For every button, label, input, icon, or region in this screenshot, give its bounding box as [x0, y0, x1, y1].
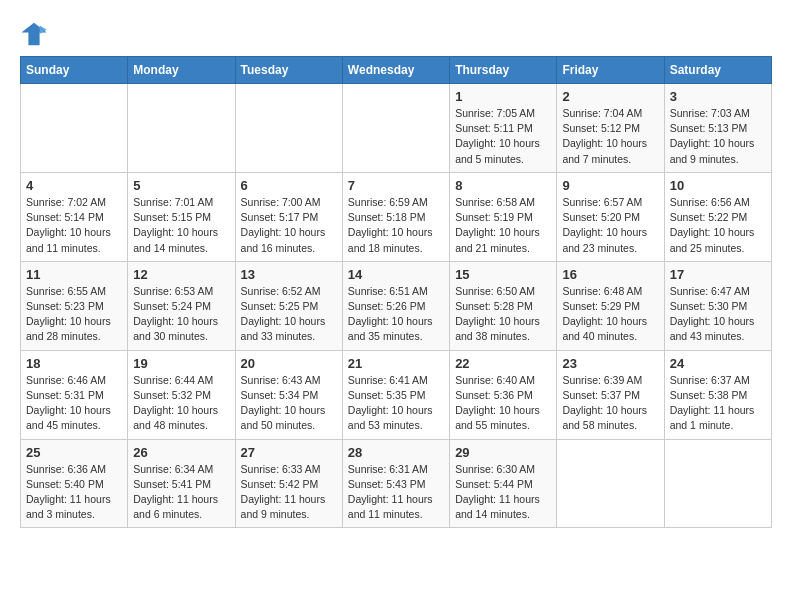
day-cell: 13Sunrise: 6:52 AM Sunset: 5:25 PM Dayli…	[235, 261, 342, 350]
header-cell-saturday: Saturday	[664, 57, 771, 84]
day-cell	[664, 439, 771, 528]
day-number: 21	[348, 356, 444, 371]
day-number: 2	[562, 89, 658, 104]
day-info: Sunrise: 7:03 AM Sunset: 5:13 PM Dayligh…	[670, 106, 766, 167]
day-number: 9	[562, 178, 658, 193]
day-info: Sunrise: 6:50 AM Sunset: 5:28 PM Dayligh…	[455, 284, 551, 345]
day-info: Sunrise: 6:33 AM Sunset: 5:42 PM Dayligh…	[241, 462, 337, 523]
day-info: Sunrise: 7:00 AM Sunset: 5:17 PM Dayligh…	[241, 195, 337, 256]
day-info: Sunrise: 6:43 AM Sunset: 5:34 PM Dayligh…	[241, 373, 337, 434]
day-number: 8	[455, 178, 551, 193]
day-info: Sunrise: 7:05 AM Sunset: 5:11 PM Dayligh…	[455, 106, 551, 167]
day-info: Sunrise: 6:40 AM Sunset: 5:36 PM Dayligh…	[455, 373, 551, 434]
day-info: Sunrise: 6:30 AM Sunset: 5:44 PM Dayligh…	[455, 462, 551, 523]
day-number: 3	[670, 89, 766, 104]
day-cell	[342, 84, 449, 173]
day-cell: 23Sunrise: 6:39 AM Sunset: 5:37 PM Dayli…	[557, 350, 664, 439]
day-number: 15	[455, 267, 551, 282]
day-number: 14	[348, 267, 444, 282]
day-cell: 8Sunrise: 6:58 AM Sunset: 5:19 PM Daylig…	[450, 172, 557, 261]
day-info: Sunrise: 6:34 AM Sunset: 5:41 PM Dayligh…	[133, 462, 229, 523]
day-number: 5	[133, 178, 229, 193]
day-cell: 11Sunrise: 6:55 AM Sunset: 5:23 PM Dayli…	[21, 261, 128, 350]
day-cell: 9Sunrise: 6:57 AM Sunset: 5:20 PM Daylig…	[557, 172, 664, 261]
day-cell: 4Sunrise: 7:02 AM Sunset: 5:14 PM Daylig…	[21, 172, 128, 261]
day-cell	[21, 84, 128, 173]
day-info: Sunrise: 6:44 AM Sunset: 5:32 PM Dayligh…	[133, 373, 229, 434]
header-cell-thursday: Thursday	[450, 57, 557, 84]
day-number: 6	[241, 178, 337, 193]
day-number: 13	[241, 267, 337, 282]
day-cell: 17Sunrise: 6:47 AM Sunset: 5:30 PM Dayli…	[664, 261, 771, 350]
day-info: Sunrise: 7:01 AM Sunset: 5:15 PM Dayligh…	[133, 195, 229, 256]
header-cell-friday: Friday	[557, 57, 664, 84]
day-cell: 3Sunrise: 7:03 AM Sunset: 5:13 PM Daylig…	[664, 84, 771, 173]
day-info: Sunrise: 6:58 AM Sunset: 5:19 PM Dayligh…	[455, 195, 551, 256]
day-cell: 27Sunrise: 6:33 AM Sunset: 5:42 PM Dayli…	[235, 439, 342, 528]
day-number: 19	[133, 356, 229, 371]
day-cell: 1Sunrise: 7:05 AM Sunset: 5:11 PM Daylig…	[450, 84, 557, 173]
day-number: 17	[670, 267, 766, 282]
day-cell: 7Sunrise: 6:59 AM Sunset: 5:18 PM Daylig…	[342, 172, 449, 261]
day-cell: 21Sunrise: 6:41 AM Sunset: 5:35 PM Dayli…	[342, 350, 449, 439]
calendar-table: SundayMondayTuesdayWednesdayThursdayFrid…	[20, 56, 772, 528]
day-cell: 19Sunrise: 6:44 AM Sunset: 5:32 PM Dayli…	[128, 350, 235, 439]
day-info: Sunrise: 7:04 AM Sunset: 5:12 PM Dayligh…	[562, 106, 658, 167]
day-info: Sunrise: 6:47 AM Sunset: 5:30 PM Dayligh…	[670, 284, 766, 345]
day-number: 12	[133, 267, 229, 282]
day-info: Sunrise: 6:55 AM Sunset: 5:23 PM Dayligh…	[26, 284, 122, 345]
day-number: 18	[26, 356, 122, 371]
day-info: Sunrise: 6:39 AM Sunset: 5:37 PM Dayligh…	[562, 373, 658, 434]
day-info: Sunrise: 6:46 AM Sunset: 5:31 PM Dayligh…	[26, 373, 122, 434]
day-info: Sunrise: 6:37 AM Sunset: 5:38 PM Dayligh…	[670, 373, 766, 434]
day-cell: 28Sunrise: 6:31 AM Sunset: 5:43 PM Dayli…	[342, 439, 449, 528]
day-info: Sunrise: 6:51 AM Sunset: 5:26 PM Dayligh…	[348, 284, 444, 345]
day-number: 11	[26, 267, 122, 282]
day-number: 23	[562, 356, 658, 371]
day-cell: 5Sunrise: 7:01 AM Sunset: 5:15 PM Daylig…	[128, 172, 235, 261]
day-cell: 26Sunrise: 6:34 AM Sunset: 5:41 PM Dayli…	[128, 439, 235, 528]
day-number: 29	[455, 445, 551, 460]
day-cell: 14Sunrise: 6:51 AM Sunset: 5:26 PM Dayli…	[342, 261, 449, 350]
day-info: Sunrise: 6:56 AM Sunset: 5:22 PM Dayligh…	[670, 195, 766, 256]
day-info: Sunrise: 7:02 AM Sunset: 5:14 PM Dayligh…	[26, 195, 122, 256]
day-cell: 18Sunrise: 6:46 AM Sunset: 5:31 PM Dayli…	[21, 350, 128, 439]
day-number: 16	[562, 267, 658, 282]
calendar-header: SundayMondayTuesdayWednesdayThursdayFrid…	[21, 57, 772, 84]
day-number: 27	[241, 445, 337, 460]
day-cell: 29Sunrise: 6:30 AM Sunset: 5:44 PM Dayli…	[450, 439, 557, 528]
day-number: 22	[455, 356, 551, 371]
day-number: 28	[348, 445, 444, 460]
day-info: Sunrise: 6:48 AM Sunset: 5:29 PM Dayligh…	[562, 284, 658, 345]
week-row-3: 18Sunrise: 6:46 AM Sunset: 5:31 PM Dayli…	[21, 350, 772, 439]
day-cell: 15Sunrise: 6:50 AM Sunset: 5:28 PM Dayli…	[450, 261, 557, 350]
day-info: Sunrise: 6:41 AM Sunset: 5:35 PM Dayligh…	[348, 373, 444, 434]
day-number: 10	[670, 178, 766, 193]
header-cell-monday: Monday	[128, 57, 235, 84]
day-cell: 25Sunrise: 6:36 AM Sunset: 5:40 PM Dayli…	[21, 439, 128, 528]
day-cell	[557, 439, 664, 528]
day-number: 7	[348, 178, 444, 193]
day-info: Sunrise: 6:59 AM Sunset: 5:18 PM Dayligh…	[348, 195, 444, 256]
day-number: 24	[670, 356, 766, 371]
day-number: 4	[26, 178, 122, 193]
svg-marker-1	[40, 26, 47, 34]
day-cell: 24Sunrise: 6:37 AM Sunset: 5:38 PM Dayli…	[664, 350, 771, 439]
day-cell	[235, 84, 342, 173]
day-cell: 2Sunrise: 7:04 AM Sunset: 5:12 PM Daylig…	[557, 84, 664, 173]
day-info: Sunrise: 6:57 AM Sunset: 5:20 PM Dayligh…	[562, 195, 658, 256]
header-cell-wednesday: Wednesday	[342, 57, 449, 84]
day-cell: 10Sunrise: 6:56 AM Sunset: 5:22 PM Dayli…	[664, 172, 771, 261]
logo-icon	[20, 20, 48, 48]
day-number: 25	[26, 445, 122, 460]
day-number: 26	[133, 445, 229, 460]
header-row: SundayMondayTuesdayWednesdayThursdayFrid…	[21, 57, 772, 84]
week-row-2: 11Sunrise: 6:55 AM Sunset: 5:23 PM Dayli…	[21, 261, 772, 350]
week-row-4: 25Sunrise: 6:36 AM Sunset: 5:40 PM Dayli…	[21, 439, 772, 528]
day-cell: 12Sunrise: 6:53 AM Sunset: 5:24 PM Dayli…	[128, 261, 235, 350]
day-info: Sunrise: 6:52 AM Sunset: 5:25 PM Dayligh…	[241, 284, 337, 345]
day-number: 1	[455, 89, 551, 104]
header-cell-tuesday: Tuesday	[235, 57, 342, 84]
header-cell-sunday: Sunday	[21, 57, 128, 84]
day-cell: 22Sunrise: 6:40 AM Sunset: 5:36 PM Dayli…	[450, 350, 557, 439]
